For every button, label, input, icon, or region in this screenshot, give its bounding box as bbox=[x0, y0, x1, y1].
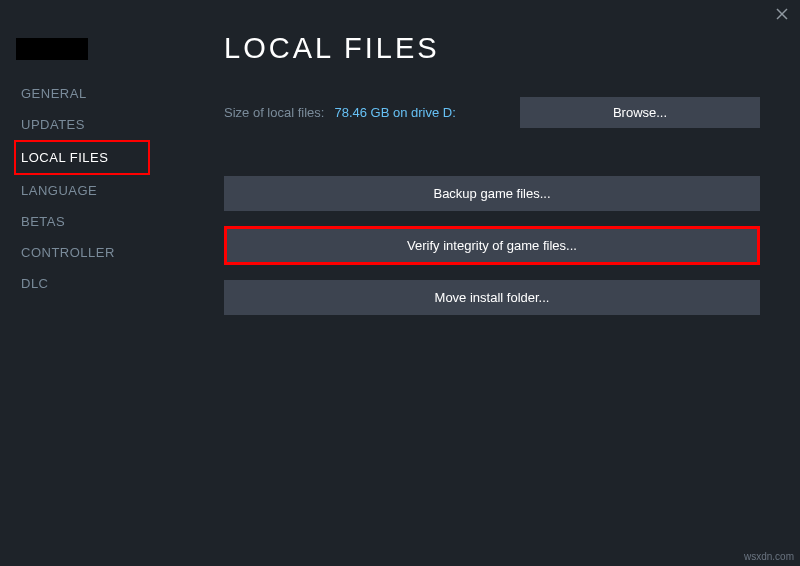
window-container: GENERAL UPDATES LOCAL FILES LANGUAGE BET… bbox=[0, 0, 800, 566]
browse-button[interactable]: Browse... bbox=[520, 97, 760, 128]
sidebar-item-controller[interactable]: CONTROLLER bbox=[0, 237, 180, 268]
page-title: LOCAL FILES bbox=[224, 32, 760, 65]
sidebar-item-betas[interactable]: BETAS bbox=[0, 206, 180, 237]
size-info-row: Size of local files: 78.46 GB on drive D… bbox=[224, 97, 760, 128]
sidebar-item-general[interactable]: GENERAL bbox=[0, 78, 180, 109]
main-panel: LOCAL FILES Size of local files: 78.46 G… bbox=[180, 20, 800, 566]
sidebar-item-language[interactable]: LANGUAGE bbox=[0, 175, 180, 206]
sidebar: GENERAL UPDATES LOCAL FILES LANGUAGE BET… bbox=[0, 20, 180, 566]
size-value: 78.46 GB on drive D: bbox=[334, 105, 455, 120]
game-title-redacted bbox=[16, 38, 88, 60]
sidebar-item-local-files[interactable]: LOCAL FILES bbox=[14, 140, 150, 175]
close-button[interactable] bbox=[774, 6, 790, 22]
move-folder-button[interactable]: Move install folder... bbox=[224, 280, 760, 315]
backup-button[interactable]: Backup game files... bbox=[224, 176, 760, 211]
watermark: wsxdn.com bbox=[744, 551, 794, 562]
size-label: Size of local files: bbox=[224, 105, 324, 120]
verify-integrity-button[interactable]: Verify integrity of game files... bbox=[224, 226, 760, 265]
sidebar-item-dlc[interactable]: DLC bbox=[0, 268, 180, 299]
sidebar-item-updates[interactable]: UPDATES bbox=[0, 109, 180, 140]
close-icon bbox=[776, 8, 788, 20]
